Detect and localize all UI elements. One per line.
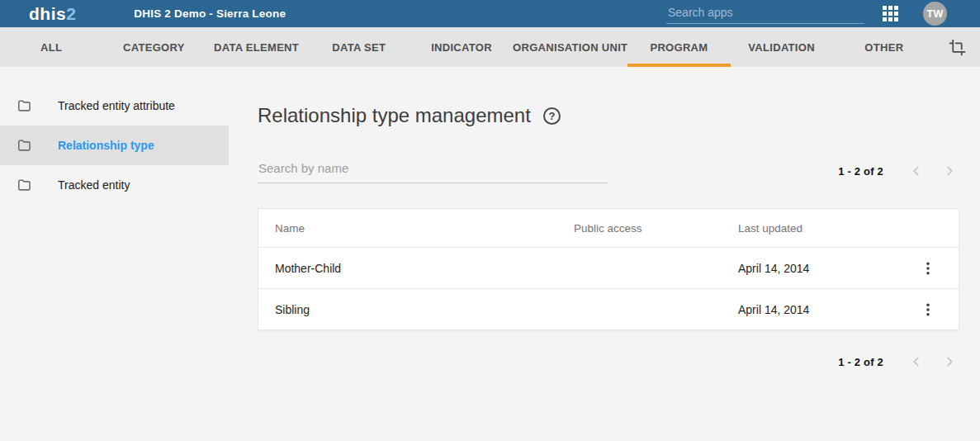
tab-other[interactable]: OTHER <box>833 27 935 67</box>
pagination-prev-button[interactable] <box>907 161 926 181</box>
chevron-left-icon <box>907 162 926 180</box>
kebab-menu-icon <box>920 260 936 277</box>
logo-suffix: 2 <box>66 4 76 23</box>
apps-grid-icon[interactable] <box>883 6 898 21</box>
tab-organisation-unit[interactable]: ORGANISATION UNIT <box>513 27 627 67</box>
main-panel: Relationship type management ? 1 - 2 of … <box>258 104 959 372</box>
chevron-right-icon <box>940 353 959 371</box>
header-right-group: TW <box>666 2 947 26</box>
folder-icon <box>17 138 32 154</box>
sidebar-nav: Tracked entity attribute Relationship ty… <box>0 86 229 205</box>
sidebar-item-label: Relationship type <box>58 139 154 152</box>
table-row[interactable]: Mother-Child April 14, 2014 <box>258 247 959 288</box>
column-header-name: Name <box>258 222 574 235</box>
tab-indicator[interactable]: INDICATOR <box>410 27 513 67</box>
row-context-menu-button[interactable] <box>918 300 938 320</box>
avatar-initials: TW <box>926 8 943 20</box>
tab-data-set[interactable]: DATA SET <box>308 27 410 67</box>
sidebar-item-tracked-entity[interactable]: Tracked entity <box>0 165 229 205</box>
search-by-name-input[interactable] <box>258 161 608 183</box>
relationship-type-table: Name Public access Last updated Mother-C… <box>258 208 959 330</box>
maintenance-tabbar: ALL CATEGORY DATA ELEMENT DATA SET INDIC… <box>0 27 980 67</box>
user-avatar[interactable]: TW <box>923 2 947 26</box>
sidebar-item-tracked-entity-attribute[interactable]: Tracked entity attribute <box>0 86 229 126</box>
dhis2-logo[interactable]: dhis2 <box>29 5 76 22</box>
tab-all[interactable]: ALL <box>0 27 102 67</box>
chevron-right-icon <box>940 162 959 180</box>
sidebar-item-relationship-type[interactable]: Relationship type <box>0 126 229 165</box>
sidebar-item-label: Tracked entity attribute <box>58 99 175 112</box>
kebab-menu-icon <box>920 301 936 318</box>
column-header-last-updated: Last updated <box>738 222 895 235</box>
page-title: Relationship type management <box>258 104 531 127</box>
pagination-next-button[interactable] <box>940 352 959 372</box>
row-last-updated: April 14, 2014 <box>738 262 895 275</box>
crop-icon-button[interactable] <box>935 27 980 67</box>
logo-text: dhis <box>29 4 66 23</box>
table-row[interactable]: Sibling April 14, 2014 <box>258 288 959 330</box>
row-name: Mother-Child <box>258 262 574 275</box>
sidebar-item-label: Tracked entity <box>58 178 130 192</box>
pagination-prev-button[interactable] <box>907 352 926 372</box>
row-actions <box>895 258 960 278</box>
app-header: dhis2 DHIS 2 Demo - Sierra Leone TW <box>0 0 980 27</box>
pagination-range-label: 1 - 2 of 2 <box>838 165 883 178</box>
filter-row: 1 - 2 of 2 <box>258 159 959 183</box>
tab-validation[interactable]: VALIDATION <box>731 27 833 67</box>
help-glyph: ? <box>548 110 555 122</box>
help-icon[interactable]: ? <box>543 107 561 125</box>
row-context-menu-button[interactable] <box>918 258 938 278</box>
search-apps-input[interactable] <box>666 4 864 24</box>
column-header-public-access: Public access <box>574 222 738 235</box>
table-header-row: Name Public access Last updated <box>258 209 959 247</box>
instance-title: DHIS 2 Demo - Sierra Leone <box>134 7 286 20</box>
pagination-next-button[interactable] <box>940 161 959 181</box>
bottom-pagination: 1 - 2 of 2 <box>258 352 959 372</box>
tab-category[interactable]: CATEGORY <box>102 27 205 67</box>
pagination-range-label: 1 - 2 of 2 <box>838 356 883 368</box>
top-pagination: 1 - 2 of 2 <box>838 161 959 181</box>
tab-data-element[interactable]: DATA ELEMENT <box>205 27 307 67</box>
row-actions <box>895 300 960 320</box>
page-title-row: Relationship type management ? <box>258 104 959 127</box>
folder-icon <box>17 98 32 114</box>
row-last-updated: April 14, 2014 <box>738 303 895 316</box>
crop-icon <box>949 39 966 56</box>
folder-icon <box>17 178 32 193</box>
chevron-left-icon <box>907 353 926 371</box>
row-name: Sibling <box>258 303 574 316</box>
tab-program[interactable]: PROGRAM <box>627 27 730 67</box>
